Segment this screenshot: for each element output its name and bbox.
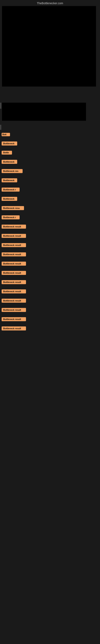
result-badge-2: Bottleneck [1, 142, 17, 146]
result-badge-1: Bott [1, 133, 10, 136]
result-badge-11: Bottleneck result [1, 224, 26, 228]
result-item-5: Bottleneck res [1, 169, 26, 173]
result-item-7: Bottleneck r [1, 188, 26, 192]
result-badge-4: Bottleneck [1, 160, 17, 164]
left-indicator-bar-2 [0, 125, 1, 130]
result-item-19: Bottleneck result [1, 299, 26, 303]
result-badge-13: Bottleneck result [1, 243, 26, 247]
chart-area-top [2, 6, 96, 86]
result-badge-10: Bottleneck r [1, 215, 20, 219]
result-item-1: Bott [1, 133, 26, 136]
result-badge-5: Bottleneck res [1, 169, 23, 173]
result-badge-3: Bottle [1, 151, 12, 154]
result-badge-22: Bottleneck result [1, 326, 26, 330]
result-item-17: Bottleneck result [1, 280, 26, 284]
result-item-14: Bottleneck result [1, 252, 26, 256]
result-badge-18: Bottleneck result [1, 290, 26, 294]
results-container: Bott Bottleneck Bottle Bottleneck Bottle… [1, 133, 26, 333]
result-badge-12: Bottleneck result [1, 234, 26, 238]
result-item-18: Bottleneck result [1, 290, 26, 294]
result-item-11: Bottleneck result [1, 224, 26, 228]
result-badge-8: Bottleneck [1, 197, 17, 201]
result-item-21: Bottleneck result [1, 317, 26, 321]
result-item-13: Bottleneck result [1, 243, 26, 247]
left-indicator-bar-1 [0, 103, 1, 109]
site-title: TheBottlenecker.com [37, 2, 63, 5]
result-item-22: Bottleneck result [1, 326, 26, 330]
result-badge-14: Bottleneck result [1, 252, 26, 256]
result-badge-15: Bottleneck result [1, 262, 26, 266]
result-item-9: Bottleneck resu [1, 206, 26, 210]
result-item-16: Bottleneck result [1, 271, 26, 275]
result-item-10: Bottleneck r [1, 215, 26, 219]
result-item-12: Bottleneck result [1, 234, 26, 238]
result-item-4: Bottleneck [1, 160, 26, 164]
result-badge-20: Bottleneck result [1, 308, 26, 312]
result-badge-19: Bottleneck result [1, 299, 26, 303]
chart-area-mid [2, 103, 86, 121]
result-item-8: Bottleneck [1, 197, 26, 201]
spacer-section [0, 88, 100, 103]
result-badge-9: Bottleneck resu [1, 206, 24, 210]
result-badge-16: Bottleneck result [1, 271, 26, 275]
result-item-20: Bottleneck result [1, 308, 26, 312]
result-badge-21: Bottleneck result [1, 317, 26, 321]
result-badge-7: Bottleneck r [1, 188, 20, 192]
result-badge-17: Bottleneck result [1, 280, 26, 284]
result-item-15: Bottleneck result [1, 262, 26, 266]
result-badge-6: Bottleneck [1, 178, 17, 182]
result-item-3: Bottle [1, 151, 26, 154]
result-item-2: Bottleneck [1, 142, 26, 146]
result-item-6: Bottleneck [1, 178, 26, 182]
